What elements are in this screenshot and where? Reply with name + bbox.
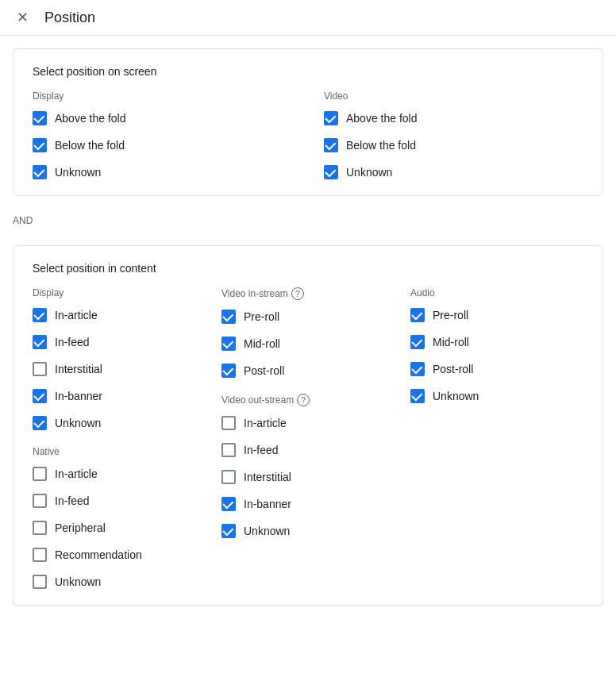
checkbox-video-unknown-input[interactable] bbox=[324, 165, 338, 179]
checkbox-cn-unknown-label: Unknown bbox=[55, 575, 101, 588]
close-button[interactable]: ✕ bbox=[13, 8, 32, 27]
checkbox-video-below-input[interactable] bbox=[324, 138, 338, 152]
checkbox-cd-inarticle-label: In-article bbox=[55, 309, 98, 321]
checkbox-cn-peripheral: Peripheral bbox=[33, 521, 206, 535]
checkbox-cn-inarticle: In-article bbox=[33, 467, 206, 481]
checkbox-video-above-label: Above the fold bbox=[346, 112, 418, 125]
video-outstream-label: Video out-stream bbox=[221, 394, 294, 406]
checkbox-display-above-input[interactable] bbox=[33, 111, 47, 125]
checkbox-cn-peripheral-label: Peripheral bbox=[55, 521, 106, 534]
screen-video-column: Video Above the fold Below the fold Unkn… bbox=[324, 90, 583, 179]
checkbox-video-below: Below the fold bbox=[324, 138, 583, 152]
checkbox-video-unknown-label: Unknown bbox=[346, 166, 392, 179]
video-outstream-label-row: Video out-stream ? bbox=[221, 394, 395, 406]
checkbox-cn-recommendation-input[interactable] bbox=[33, 548, 47, 562]
content-columns: Display In-article In-feed Interstitial … bbox=[33, 287, 583, 589]
checkbox-cn-unknown-input[interactable] bbox=[33, 575, 47, 589]
content-middle-column: Video in-stream ? Pre-roll Mid-roll Post… bbox=[221, 287, 395, 589]
checkbox-vo-unknown-input[interactable] bbox=[221, 524, 236, 538]
checkbox-vo-interstitial-label: Interstitial bbox=[244, 471, 291, 483]
checkbox-a-unknown-label: Unknown bbox=[433, 390, 479, 402]
checkbox-video-below-label: Below the fold bbox=[346, 139, 416, 152]
screen-display-label: Display bbox=[33, 90, 292, 102]
checkbox-vi-midroll-input[interactable] bbox=[221, 337, 236, 351]
checkbox-vi-postroll: Post-roll bbox=[221, 364, 395, 378]
checkbox-display-above-label: Above the fold bbox=[55, 112, 126, 125]
checkbox-vo-inarticle: In-article bbox=[221, 416, 395, 430]
checkbox-video-unknown: Unknown bbox=[324, 165, 583, 179]
audio-label: Audio bbox=[410, 287, 583, 298]
checkbox-cd-inbanner: In-banner bbox=[33, 389, 206, 403]
content-left-column: Display In-article In-feed Interstitial … bbox=[33, 287, 206, 589]
checkbox-display-below: Below the fold bbox=[33, 138, 292, 152]
checkbox-vo-unknown-label: Unknown bbox=[244, 525, 290, 537]
video-outstream-help-icon[interactable]: ? bbox=[297, 394, 310, 406]
checkbox-cn-unknown: Unknown bbox=[33, 575, 206, 589]
checkbox-vo-inarticle-input[interactable] bbox=[221, 416, 236, 430]
content-native-label: Native bbox=[33, 446, 206, 457]
checkbox-a-unknown-input[interactable] bbox=[410, 389, 425, 403]
checkbox-cd-inarticle-input[interactable] bbox=[33, 308, 47, 322]
checkbox-vi-midroll-label: Mid-roll bbox=[244, 337, 280, 350]
page-title: Position bbox=[44, 10, 95, 26]
checkbox-cd-infeed: In-feed bbox=[33, 335, 206, 349]
checkbox-a-postroll: Post-roll bbox=[410, 362, 583, 376]
checkbox-a-midroll-label: Mid-roll bbox=[433, 336, 469, 348]
video-instream-label-row: Video in-stream ? bbox=[221, 287, 395, 300]
checkbox-a-postroll-input[interactable] bbox=[410, 362, 425, 376]
checkbox-cn-inarticle-label: In-article bbox=[55, 467, 98, 480]
checkbox-cn-recommendation-label: Recommendation bbox=[55, 548, 142, 561]
content-display-label: Display bbox=[33, 287, 206, 298]
checkbox-video-above: Above the fold bbox=[324, 111, 583, 125]
checkbox-vo-infeed-label: In-feed bbox=[244, 444, 279, 456]
checkbox-cn-inarticle-input[interactable] bbox=[33, 467, 47, 481]
screen-section-title: Select position on screen bbox=[33, 65, 583, 78]
checkbox-display-unknown-input[interactable] bbox=[33, 165, 47, 179]
content-right-column: Audio Pre-roll Mid-roll Post-roll Unknow… bbox=[410, 287, 583, 589]
checkbox-cd-unknown-input[interactable] bbox=[33, 416, 47, 430]
checkbox-cn-infeed-label: In-feed bbox=[55, 494, 90, 507]
checkbox-cd-interstitial-input[interactable] bbox=[33, 362, 47, 376]
content-section-title: Select position in content bbox=[33, 262, 583, 275]
checkbox-vo-infeed-input[interactable] bbox=[221, 443, 236, 457]
checkbox-cn-peripheral-input[interactable] bbox=[33, 521, 47, 535]
checkbox-cd-inbanner-input[interactable] bbox=[33, 389, 47, 403]
checkbox-vi-postroll-label: Post-roll bbox=[244, 364, 284, 377]
checkbox-vo-infeed: In-feed bbox=[221, 443, 395, 457]
checkbox-cn-infeed-input[interactable] bbox=[33, 494, 47, 508]
checkbox-cd-inbanner-label: In-banner bbox=[55, 390, 102, 402]
checkbox-vi-preroll-input[interactable] bbox=[221, 310, 236, 324]
checkbox-vo-inbanner-input[interactable] bbox=[221, 497, 236, 511]
checkbox-a-midroll-input[interactable] bbox=[410, 335, 425, 349]
checkbox-cd-unknown-label: Unknown bbox=[55, 417, 101, 429]
checkbox-vo-inbanner: In-banner bbox=[221, 497, 395, 511]
checkbox-display-unknown-label: Unknown bbox=[55, 166, 101, 179]
checkbox-video-above-input[interactable] bbox=[324, 111, 338, 125]
checkbox-vi-preroll: Pre-roll bbox=[221, 310, 395, 324]
checkbox-cd-infeed-input[interactable] bbox=[33, 335, 47, 349]
checkbox-vo-inarticle-label: In-article bbox=[244, 417, 287, 429]
header: ✕ Position bbox=[0, 0, 616, 36]
checkbox-cd-interstitial-label: Interstitial bbox=[55, 363, 102, 375]
checkbox-cn-recommendation: Recommendation bbox=[33, 548, 206, 562]
video-instream-help-icon[interactable]: ? bbox=[291, 287, 304, 300]
screen-display-column: Display Above the fold Below the fold Un… bbox=[33, 90, 292, 179]
checkbox-vo-inbanner-label: In-banner bbox=[244, 498, 291, 510]
checkbox-a-preroll: Pre-roll bbox=[410, 308, 583, 322]
checkbox-vo-interstitial: Interstitial bbox=[221, 470, 395, 484]
screen-video-label: Video bbox=[324, 90, 583, 102]
checkbox-cd-infeed-label: In-feed bbox=[55, 336, 90, 348]
content-position-section: Select position in content Display In-ar… bbox=[13, 245, 603, 606]
checkbox-a-preroll-input[interactable] bbox=[410, 308, 425, 322]
checkbox-a-postroll-label: Post-roll bbox=[433, 363, 473, 375]
checkbox-display-above: Above the fold bbox=[33, 111, 292, 125]
checkbox-display-below-input[interactable] bbox=[33, 138, 47, 152]
checkbox-vi-postroll-input[interactable] bbox=[221, 364, 236, 378]
screen-columns: Display Above the fold Below the fold Un… bbox=[33, 90, 583, 179]
checkbox-a-preroll-label: Pre-roll bbox=[433, 309, 468, 321]
checkbox-vo-interstitial-input[interactable] bbox=[221, 470, 236, 484]
and-divider: AND bbox=[0, 209, 616, 233]
checkbox-vi-preroll-label: Pre-roll bbox=[244, 310, 279, 323]
video-instream-label: Video in-stream bbox=[221, 288, 288, 299]
checkbox-cd-unknown: Unknown bbox=[33, 416, 206, 430]
